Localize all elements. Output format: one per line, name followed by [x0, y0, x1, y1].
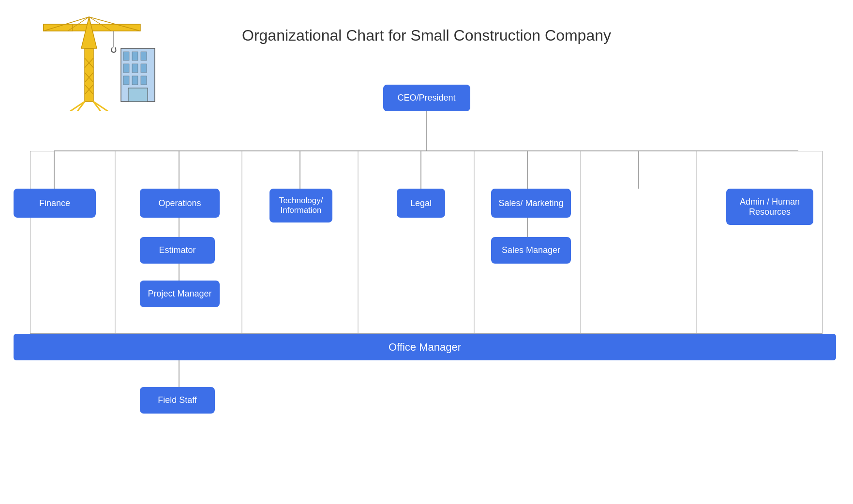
svg-marker-14: [81, 17, 97, 48]
operations-box: Operations: [140, 189, 220, 218]
finance-box: Finance: [14, 189, 96, 218]
svg-rect-1: [123, 52, 129, 60]
svg-rect-11: [85, 48, 93, 102]
svg-rect-8: [132, 76, 138, 85]
svg-line-21: [93, 102, 108, 111]
legal-box: Legal: [397, 189, 445, 218]
field-staff-box: Field Staff: [140, 387, 215, 414]
svg-rect-7: [123, 76, 129, 85]
svg-rect-6: [141, 64, 147, 73]
estimator-box: Estimator: [140, 237, 215, 264]
ceo-box: CEO/President: [383, 85, 470, 111]
office-manager-bar: Office Manager: [14, 334, 836, 360]
project-manager-box: Project Manager: [140, 281, 220, 307]
sales-manager-box: Sales Manager: [491, 237, 571, 264]
sales-marketing-box: Sales/ Marketing: [491, 189, 571, 218]
svg-rect-3: [141, 52, 147, 60]
svg-rect-9: [141, 76, 147, 85]
svg-rect-2: [132, 52, 138, 60]
svg-rect-4: [123, 64, 129, 73]
svg-line-20: [70, 102, 85, 111]
crane-illustration: [29, 10, 174, 111]
admin-hr-box: Admin / Human Resources: [726, 189, 813, 225]
svg-rect-10: [128, 88, 148, 102]
svg-rect-5: [132, 64, 138, 73]
technology-box: Technology/ Information: [269, 189, 332, 222]
